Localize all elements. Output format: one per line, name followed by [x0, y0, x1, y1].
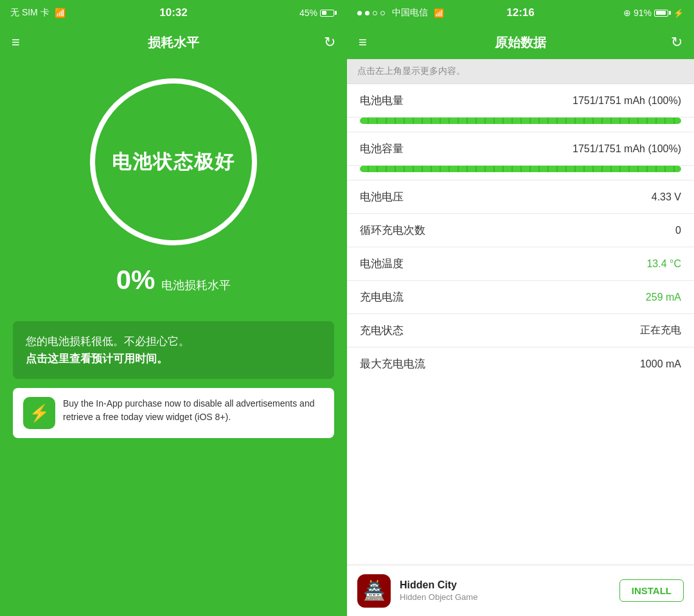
battery-status-circle[interactable]: 电池状态极好 — [90, 78, 257, 245]
row-value-3: 0 — [675, 225, 681, 236]
right-menu-icon[interactable]: ≡ — [359, 34, 367, 51]
charging-lightning: ⚡ — [673, 8, 684, 18]
progress-bg-1 — [360, 166, 681, 172]
dot-3 — [373, 11, 377, 15]
battery-info-normal: 您的电池损耗很低。不必担心它。 — [26, 335, 190, 348]
game-title: Hidden City — [400, 579, 610, 591]
hint-bar: 点击左上角显示更多内容。 — [347, 59, 694, 84]
left-refresh-icon[interactable]: ↻ — [324, 34, 335, 51]
game-icon-img: 🏯 — [363, 580, 386, 601]
ad-battery-icon: ⚡ — [23, 397, 55, 429]
dot-2 — [365, 11, 369, 15]
wifi-icon-right: 📶 — [434, 8, 444, 18]
table-row: 充电电流 259 mA — [347, 281, 694, 314]
left-main-content: 电池状态极好 0% 电池损耗水平 您的电池损耗很低。不必担心它。 点击这里查看预… — [0, 59, 347, 616]
table-row: 电池容量 1751/1751 mAh (100%) — [347, 132, 694, 166]
row-value-6: 正在充电 — [640, 324, 681, 337]
battery-status-text: 电池状态极好 — [112, 149, 235, 175]
progress-row-0 — [347, 118, 694, 132]
progress-bg-0 — [360, 118, 681, 124]
table-row: 电池电压 4.33 V — [347, 180, 694, 214]
battery-percent-label: 电池损耗水平 — [161, 277, 231, 293]
row-label-1: 电池容量 — [360, 141, 404, 156]
battery-right — [654, 10, 671, 17]
right-ad-bottom[interactable]: 🏯 Hidden City Hidden Object Game INSTALL — [347, 565, 694, 616]
right-refresh-icon[interactable]: ↻ — [671, 34, 682, 51]
table-row: 充电状态 正在充电 — [347, 314, 694, 348]
row-label-6: 充电状态 — [360, 323, 404, 338]
row-value-4: 13.4 °C — [646, 258, 681, 270]
row-value-1: 1751/1751 mAh (100%) — [573, 143, 681, 155]
battery-pct-left: 45% — [299, 8, 317, 18]
status-bar-right: 中国电信 📶 12:16 ⊕ 91% ⚡ — [347, 0, 694, 26]
battery-icon-left — [320, 10, 337, 17]
game-subtitle: Hidden Object Game — [400, 592, 610, 602]
wifi-icon: 📶 — [55, 8, 66, 18]
battery-percent-value: 0% — [116, 265, 156, 295]
right-status-right: ⊕ 91% ⚡ — [623, 8, 684, 18]
left-ad-box[interactable]: ⚡ Buy the In-App purchase now to disable… — [13, 388, 334, 438]
progress-fill-1 — [360, 166, 681, 172]
game-info: Hidden City Hidden Object Game — [400, 579, 610, 602]
table-row: 电池电量 1751/1751 mAh (100%) — [347, 84, 694, 118]
row-label-7: 最大充电电流 — [360, 356, 425, 371]
row-label-4: 电池温度 — [360, 256, 404, 271]
left-nav-title: 损耗水平 — [148, 34, 199, 51]
nav-bar-left: ≡ 损耗水平 ↻ — [0, 26, 347, 59]
left-time: 10:32 — [159, 6, 187, 19]
left-menu-icon[interactable]: ≡ — [12, 34, 20, 51]
game-icon: 🏯 — [357, 574, 391, 608]
right-status-info: 45% — [299, 8, 337, 18]
row-label-3: 循环充电次数 — [360, 223, 425, 238]
ad-text-content: Buy the In-App purchase now to disable a… — [63, 397, 324, 424]
nav-bar-right: ≡ 原始数据 ↻ — [347, 26, 694, 59]
row-label-2: 电池电压 — [360, 189, 404, 204]
signal-dots: 中国电信 📶 — [357, 7, 444, 19]
right-panel: 中国电信 📶 12:16 ⊕ 91% ⚡ ≡ 原始数据 ↻ 点击左上角显示更多内… — [347, 0, 694, 616]
battery-degradation-level: 0% 电池损耗水平 — [116, 265, 231, 295]
battery-info-text: 您的电池损耗很低。不必担心它。 点击这里查看预计可用时间。 — [26, 333, 321, 367]
progress-fill-0 — [360, 118, 681, 124]
battery-info-box[interactable]: 您的电池损耗很低。不必担心它。 点击这里查看预计可用时间。 — [13, 321, 334, 379]
install-button[interactable]: INSTALL — [619, 579, 684, 602]
row-value-7: 1000 mA — [640, 358, 681, 370]
battery-info-bold: 点击这里查看预计可用时间。 — [26, 353, 168, 365]
carrier-name: 中国电信 — [392, 7, 428, 19]
no-sim-text: 无 SIM 卡 — [10, 7, 49, 19]
left-status-info: 无 SIM 卡 📶 — [10, 7, 66, 19]
table-row: 最大充电电流 1000 mA — [347, 348, 694, 380]
table-row: 电池温度 13.4 °C — [347, 247, 694, 281]
row-value-5: 259 mA — [646, 292, 681, 303]
battery-pct-right: 91% — [634, 8, 652, 18]
left-panel: 无 SIM 卡 📶 10:32 45% ≡ 损耗水平 ↻ 电池状态极好 0% 电… — [0, 0, 347, 616]
row-value-0: 1751/1751 mAh (100%) — [573, 95, 681, 107]
status-bar-left: 无 SIM 卡 📶 10:32 45% — [0, 0, 347, 26]
row-label-5: 充电电流 — [360, 290, 404, 304]
right-nav-title: 原始数据 — [495, 34, 546, 51]
lightning-icon: ⚡ — [29, 403, 49, 423]
progress-row-1 — [347, 166, 694, 180]
battery-icon-right: ⊕ — [623, 8, 631, 18]
row-label-0: 电池电量 — [360, 93, 404, 108]
dot-4 — [380, 11, 385, 15]
row-value-2: 4.33 V — [652, 191, 681, 203]
right-time: 12:16 — [506, 6, 534, 19]
data-list: 电池电量 1751/1751 mAh (100%) 电池容量 1751/1751… — [347, 84, 694, 565]
hint-text: 点击左上角显示更多内容。 — [357, 66, 465, 76]
dot-1 — [357, 11, 362, 15]
table-row: 循环充电次数 0 — [347, 214, 694, 247]
